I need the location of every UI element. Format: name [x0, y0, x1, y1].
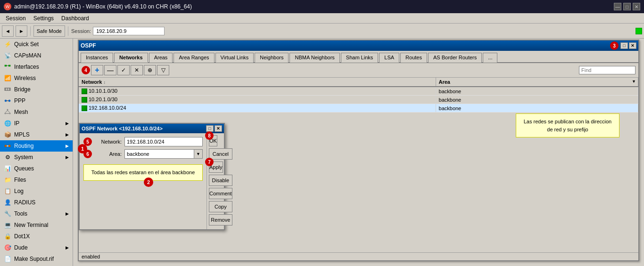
sidebar-item-dude[interactable]: 🎯 Dude ▶ [0, 242, 73, 253]
sub-dialog-close[interactable]: ✕ [215, 125, 222, 132]
add-button[interactable]: + [91, 65, 103, 75]
svg-point-10 [7, 109, 8, 111]
copy-dialog-button[interactable]: Copy [209, 201, 232, 212]
network-row: 5 Network: [83, 137, 203, 146]
tab-virtual-links[interactable]: Virtual Links [215, 53, 254, 63]
table-row[interactable]: 10.10.1.0/30 backbone [79, 87, 638, 96]
dialog-buttons: 8 OK Cancel 7 Apply Disable Comment Copy… [206, 133, 234, 229]
sidebar-item-queues[interactable]: 📊 Queues [0, 163, 73, 174]
sidebar-item-ip[interactable]: 🌐 IP ▶ [0, 118, 73, 129]
menu-session[interactable]: Session [2, 14, 30, 23]
sidebar-item-routing[interactable]: Routing ▶ [0, 140, 73, 152]
sidebar-item-radius[interactable]: 👤 RADIUS [0, 197, 73, 208]
remove-button[interactable]: Remove [209, 214, 232, 226]
tab-as-border-routers[interactable]: AS Border Routers [428, 53, 482, 63]
sidebar-label: MPLS [14, 131, 30, 138]
ospf-close-button[interactable]: ✕ [629, 42, 636, 49]
sidebar-item-ppp[interactable]: PPP [0, 95, 73, 106]
sidebar-item-wireless[interactable]: 📶 Wireless [0, 73, 73, 84]
enable-button[interactable]: ✓ [117, 65, 130, 75]
sidebar-item-mpls[interactable]: 📦 MPLS ▶ [0, 129, 73, 140]
annotation-2: 2 [144, 177, 153, 187]
sidebar-item-files[interactable]: 📁 Files [0, 174, 73, 185]
maximize-button[interactable]: □ [623, 3, 631, 10]
filter-button[interactable]: ▽ [157, 65, 169, 75]
disable-button[interactable]: Disable [209, 175, 232, 186]
cell-network: 10.20.1.0/30 [79, 96, 436, 104]
window-title: admin@192.168.20.9 (R1) - WinBox (64bit)… [14, 3, 192, 10]
tab-routes[interactable]: Routes [400, 53, 427, 63]
network-input[interactable] [124, 137, 203, 146]
sidebar-label: CAPsMAN [14, 52, 41, 59]
area-dropdown-button[interactable]: ▼ [194, 149, 203, 159]
sidebar-label: Interfaces [14, 64, 39, 70]
area-row: 6 Area: ▼ [83, 149, 203, 159]
sidebar-item-bridge[interactable]: Bridge [0, 84, 73, 95]
sort-icon: ↕ [103, 80, 106, 85]
copy-button[interactable]: ⊕ [144, 65, 156, 75]
tab-lsa[interactable]: LSA [379, 53, 399, 63]
mpls-arrow: ▶ [66, 132, 69, 137]
cancel-button[interactable]: Cancel [209, 148, 232, 160]
sidebar-item-capsman[interactable]: 📡 CAPsMAN [0, 50, 73, 61]
menu-dashboard[interactable]: Dashboard [58, 14, 93, 23]
ospf-restore-button[interactable]: □ [620, 42, 628, 49]
network-label: Network: [94, 139, 124, 145]
main-layout: ⚡ Quick Set 📡 CAPsMAN Interfaces 📶 Wirel… [0, 39, 644, 266]
sidebar-item-interfaces[interactable]: Interfaces [0, 61, 73, 73]
supout-icon: 📄 [4, 255, 11, 263]
ospf-tabs: Instances Networks Areas Area Ranges Vir… [79, 51, 638, 63]
area-select[interactable] [124, 149, 194, 159]
toolbar-separator [30, 26, 31, 36]
tab-more[interactable]: ... [483, 53, 497, 63]
ospf-title-right: 3 □ ✕ [610, 41, 636, 50]
tab-neighbors[interactable]: Neighbors [255, 53, 289, 63]
sidebar-label: System [14, 154, 33, 161]
safe-mode-button[interactable]: Safe Mode [33, 25, 65, 37]
tab-instances[interactable]: Instances [81, 53, 113, 63]
sidebar-item-tools[interactable]: 🔧 Tools ▶ [0, 208, 73, 219]
sidebar-item-quick-set[interactable]: ⚡ Quick Set [0, 39, 73, 50]
sidebar-label: Files [14, 177, 26, 183]
area-dropdown-icon[interactable]: ▼ [632, 79, 636, 84]
sidebar-label: Make Supout.rif [14, 256, 54, 262]
sidebar-item-dot1x[interactable]: 🔒 Dot1X [0, 231, 73, 242]
sidebar-item-log[interactable]: 📋 Log [0, 185, 73, 197]
cell-network: 10.10.1.0/30 [79, 87, 436, 96]
back-button[interactable]: ◄ [2, 25, 14, 37]
sidebar-label: Tools [14, 210, 27, 217]
close-button[interactable]: ✕ [633, 3, 640, 10]
tab-areas[interactable]: Areas [149, 53, 173, 63]
routing-icon [4, 142, 11, 150]
find-input[interactable] [579, 66, 636, 74]
minimize-button[interactable]: — [614, 3, 621, 10]
tab-sham-links[interactable]: Sham Links [341, 53, 378, 63]
sidebar-label: Bridge [14, 86, 31, 93]
sub-dialog-restore[interactable]: □ [206, 125, 214, 132]
table-toolbar: 4 + — ✓ ✕ ⊕ ▽ [79, 63, 638, 78]
sidebar-item-system[interactable]: ⚙ System ▶ [0, 152, 73, 163]
sub-dialog-title: OSPF Network <192.168.10.0/24> □ ✕ [80, 124, 224, 133]
table-row-selected[interactable]: 192.168.10.0/24 backbone [79, 104, 638, 113]
tab-nbma-neighbors[interactable]: NBMA Neighbors [289, 53, 339, 63]
comment-button[interactable]: Comment [209, 188, 232, 199]
sidebar-item-new-terminal[interactable]: 💻 New Terminal [0, 219, 73, 231]
svg-point-11 [5, 113, 6, 114]
session-input[interactable] [93, 27, 165, 35]
system-icon: ⚙ [4, 153, 11, 161]
table-row[interactable]: 10.20.1.0/30 backbone [79, 96, 638, 104]
mesh-icon [4, 108, 11, 116]
forward-button[interactable]: ► [16, 25, 27, 37]
tab-networks[interactable]: Networks [114, 53, 148, 63]
sidebar-item-make-supout[interactable]: 📄 Make Supout.rif [0, 253, 73, 265]
disable-button[interactable]: ✕ [131, 65, 143, 75]
tab-area-ranges[interactable]: Area Ranges [173, 53, 214, 63]
sidebar-label: Log [14, 188, 24, 194]
sidebar-item-mesh[interactable]: Mesh [0, 106, 73, 118]
annotation-7: 7 [205, 158, 214, 166]
radius-icon: 👤 [4, 199, 11, 206]
delete-button[interactable]: — [104, 65, 116, 75]
row-status-icon [82, 89, 87, 94]
annotation-3: 3 [610, 41, 619, 50]
menu-settings[interactable]: Settings [30, 14, 58, 23]
